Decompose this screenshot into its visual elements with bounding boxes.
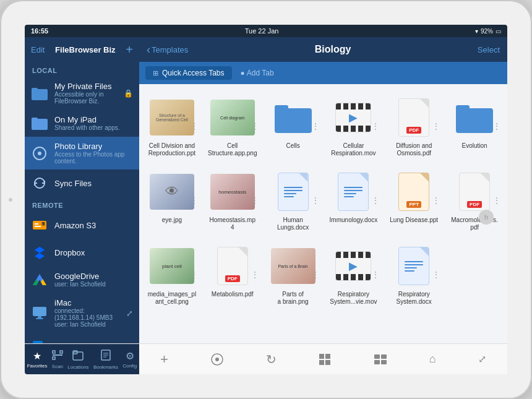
macromolecules-more-icon[interactable]: ⋮ xyxy=(492,195,501,205)
cells-more-icon[interactable]: ⋮ xyxy=(311,121,320,131)
file-item-cell-division[interactable]: Structure of aGeneralized Cell Cell Divi… xyxy=(144,92,200,161)
private-files-folder-icon xyxy=(31,85,48,102)
favorites-button[interactable]: ★ Favorites xyxy=(27,350,48,369)
sidebar-bottom-buttons: ★ Favorites Scan Locations xyxy=(25,344,139,374)
sidebar-item-my-private-files[interactable]: My Private Files Accessible only in File… xyxy=(25,77,139,109)
svg-rect-44 xyxy=(374,360,380,364)
dropbox-text: Dropbox xyxy=(54,248,133,257)
cells-thumb xyxy=(271,95,315,140)
file-item-cellular-respiration[interactable]: ▶ CellularRespiration.mov ⋮ xyxy=(326,92,382,161)
sidebar-item-imac[interactable]: iMac connected: (192.168.1.14) 5MB3 user… xyxy=(25,293,139,333)
resp-mov-play-icon: ▶ xyxy=(349,259,358,273)
parts-brain-thumb: Parts of a Brain xyxy=(271,244,315,288)
cell-structure-name: CellStructure.app.png xyxy=(208,142,257,157)
ipad-text: On My iPad Shared with other apps. xyxy=(54,115,133,131)
file-item-eye[interactable]: 👁 eye.jpg ⋮ xyxy=(144,166,200,235)
file-grid-button[interactable] xyxy=(319,353,331,366)
sidebar-item-on-my-ipad[interactable]: On My iPad Shared with other apps. xyxy=(25,109,139,137)
file-item-cells[interactable]: Cells ⋮ xyxy=(265,92,321,161)
cellular-respiration-more-icon[interactable]: ⋮ xyxy=(371,121,380,131)
sidebar-item-sharepoint[interactable]: S Microsoft SharePoint xyxy=(25,333,139,343)
evolution-thumb xyxy=(452,95,497,140)
scan-icon xyxy=(52,350,63,363)
amazon-s3-text: Amazon S3 xyxy=(54,221,133,230)
file-item-respiratory-mov[interactable]: ▶ RespiratorySystem...vie.mov ⋮ xyxy=(326,240,382,309)
file-open-button[interactable] xyxy=(210,353,224,366)
file-item-metabolism[interactable]: PDF Metabolism.pdf ⋮ xyxy=(205,240,260,309)
file-item-respiratory-docx[interactable]: RespiratorySystem.docx ⋮ xyxy=(386,240,442,309)
svg-rect-30 xyxy=(73,352,83,360)
file-home-button[interactable]: ⌂ xyxy=(429,353,436,366)
svg-rect-29 xyxy=(53,357,55,359)
wifi-icon: ▾ xyxy=(475,28,478,35)
respiratory-docx-name: RespiratorySystem.docx xyxy=(397,291,432,306)
file-item-cell-structure[interactable]: Cell diagram CellStructure.app.png ⋮ xyxy=(205,92,260,161)
file-item-immunology[interactable]: Immunology.docx ⋮ xyxy=(326,166,382,235)
nav-area: Edit FileBrowser Biz + Templates Biology… xyxy=(25,37,507,62)
folder-title: Biology xyxy=(188,44,478,55)
config-button[interactable]: ⚙ Config xyxy=(122,350,137,369)
add-tab-button[interactable]: ● Add Tab xyxy=(236,66,279,80)
homeostasis-name: Homeostasis.mp4 xyxy=(208,217,257,231)
private-files-title: My Private Files xyxy=(54,82,118,91)
imac-connect-icon: ⤢ xyxy=(126,309,133,318)
file-item-homeostasis[interactable]: homeostasis Homeostasis.mp4 ⋮ xyxy=(205,166,260,235)
homeostasis-more-icon[interactable]: ⋮ xyxy=(251,195,259,205)
eye-more-icon[interactable]: ⋮ xyxy=(190,195,199,205)
respiratory-docx-more-icon[interactable]: ⋮ xyxy=(432,270,440,280)
diffusion-more-icon[interactable]: ⋮ xyxy=(432,121,440,131)
favorites-icon: ★ xyxy=(33,350,41,362)
edit-button[interactable]: Edit xyxy=(31,45,45,54)
media-plant-more-icon[interactable]: ⋮ xyxy=(190,270,199,280)
file-nav: Templates Biology Select xyxy=(139,37,507,62)
bookmarks-button[interactable]: Bookmarks xyxy=(93,350,118,370)
video-play-icon: ▶ xyxy=(349,111,358,124)
lung-disease-more-icon[interactable]: ⋮ xyxy=(432,195,440,205)
select-button[interactable]: Select xyxy=(478,45,500,54)
human-lungs-more-icon[interactable]: ⋮ xyxy=(311,195,320,205)
cell-division-more-icon[interactable]: ⋮ xyxy=(190,121,199,131)
file-add-button[interactable]: + xyxy=(160,351,168,367)
file-item-diffusion[interactable]: PDF Diffusion andOsmosis.pdf ⋮ xyxy=(386,92,442,161)
file-item-evolution[interactable]: Evolution ⋮ xyxy=(447,92,502,161)
respiratory-mov-thumb: ▶ xyxy=(331,244,375,288)
scan-button[interactable]: Scan xyxy=(52,350,63,369)
immunology-more-icon[interactable]: ⋮ xyxy=(371,195,380,205)
evolution-more-icon[interactable]: ⋮ xyxy=(492,121,501,131)
back-button[interactable]: Templates xyxy=(147,43,188,56)
file-item-human-lungs[interactable]: HumanLungs.docx ⋮ xyxy=(265,166,321,235)
sidebar-item-photo-library[interactable]: Photo Library Access to the Photos app c… xyxy=(25,137,139,169)
scroll-handle[interactable]: h xyxy=(479,210,494,225)
private-files-subtitle: Accessible only in FileBrowser Biz. xyxy=(54,91,118,105)
imac-user: user: Ian Schofield xyxy=(54,321,120,328)
file-item-parts-brain[interactable]: Parts of a Brain Parts ofa brain.png ⋮ xyxy=(265,240,321,309)
svg-rect-23 xyxy=(275,105,288,113)
add-location-button[interactable]: + xyxy=(126,43,133,57)
tab-quick-access[interactable]: ⊞ Quick Access Tabs xyxy=(145,66,232,80)
sidebar-item-googledrive[interactable]: GoogleDrive user: Ian Schofield xyxy=(25,266,139,293)
svg-rect-45 xyxy=(381,360,387,364)
file-item-macromolecules[interactable]: PDF Macromolecules.pdf ⋮ xyxy=(447,166,502,235)
metabolism-thumb: PDF xyxy=(210,244,255,288)
cell-structure-more-icon[interactable]: ⋮ xyxy=(251,121,259,131)
svg-point-5 xyxy=(38,152,41,155)
locations-button[interactable]: Locations xyxy=(67,350,88,370)
scroll-handle-icon: h xyxy=(484,213,488,221)
quick-access-tab-label: Quick Access Tabs xyxy=(162,69,225,77)
file-item-media-plant[interactable]: plant cell media_images_plant_cell.png ⋮ xyxy=(144,240,200,309)
diffusion-name: Diffusion andOsmosis.pdf xyxy=(396,142,432,157)
file-item-lung-disease[interactable]: PPT Lung Disease.ppt ⋮ xyxy=(386,166,442,235)
svg-rect-40 xyxy=(319,360,324,365)
tablet-screen: 16:55 Tue 22 Jan ▾ 92% ▭ Edit FileBrowse… xyxy=(25,25,507,374)
sidebar-item-sync-files[interactable]: Sync Files xyxy=(25,169,139,197)
file-arrows-button[interactable]: ⤢ xyxy=(478,353,486,365)
file-refresh-button[interactable]: ↻ xyxy=(266,352,277,367)
svg-rect-1 xyxy=(32,88,38,91)
metabolism-more-icon[interactable]: ⋮ xyxy=(251,270,259,280)
sidebar-item-amazon-s3[interactable]: S3 Amazon S3 xyxy=(25,212,139,239)
scan-label: Scan xyxy=(52,364,63,369)
sidebar-item-dropbox[interactable]: Dropbox xyxy=(25,239,139,266)
file-layout-button[interactable] xyxy=(374,354,387,365)
parts-brain-more-icon[interactable]: ⋮ xyxy=(311,270,320,280)
respiratory-mov-more-icon[interactable]: ⋮ xyxy=(371,270,380,280)
